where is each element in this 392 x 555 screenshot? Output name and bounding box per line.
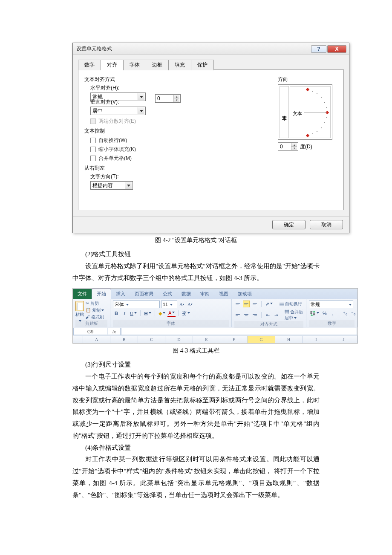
ribbon-tab-layout[interactable]: 页面布局 [130, 289, 158, 299]
select-all-corner[interactable] [73, 336, 83, 343]
orientation-vertical-preview[interactable]: 文本 [280, 86, 289, 138]
spin-down-icon[interactable]: ▾ [291, 147, 297, 150]
bold-button[interactable]: B [113, 310, 120, 317]
increase-indent-button[interactable]: ⇥ [273, 312, 280, 318]
col-header-d[interactable]: D [165, 336, 193, 343]
formula-bar: G9 fx [73, 327, 357, 335]
ribbon-tab-file[interactable]: 文件 [73, 289, 92, 299]
col-header-g[interactable]: G [248, 336, 275, 343]
degree-spinner[interactable]: 0 ▴▾ [278, 142, 298, 151]
underline-button[interactable]: U [129, 310, 138, 317]
accounting-format-button[interactable]: 💱 [309, 310, 320, 317]
column-headers: A B C D E F G H I J [73, 335, 357, 343]
orientation-dial[interactable]: 文本 [290, 86, 331, 138]
col-header-f[interactable]: F [220, 336, 248, 343]
decrease-indent-button[interactable]: ⇤ [265, 312, 271, 318]
direction-value: 根据内容 [92, 182, 113, 189]
decrease-decimal-button[interactable]: ⁻₀ [350, 310, 357, 317]
cut-button[interactable]: ✂ 剪切 [86, 301, 104, 306]
col-header-j[interactable]: J [330, 336, 357, 343]
checkbox-icon [90, 156, 96, 161]
dialog-titlebar[interactable]: 设置单元格格式 ? X [73, 43, 349, 55]
shrink-font-button[interactable]: A▾ [187, 301, 193, 308]
font-color-button[interactable]: A [167, 310, 176, 317]
name-box[interactable]: G9 [73, 328, 107, 335]
spin-up-icon[interactable]: ▴ [173, 95, 179, 98]
tab-protection[interactable]: 保护 [191, 60, 214, 70]
ribbon-tab-addins[interactable]: 加载项 [233, 289, 257, 299]
checkbox-icon [90, 119, 96, 124]
italic-button[interactable]: I [121, 310, 128, 317]
align-top-button[interactable] [234, 301, 241, 307]
ribbon-tab-review[interactable]: 审阅 [196, 289, 214, 299]
col-header-i[interactable]: I [303, 336, 330, 343]
tab-font[interactable]: 字体 [123, 60, 146, 70]
figure-4-2-caption: 图 4-2 "设置单元格格式"对话框 [72, 237, 320, 244]
dialog-title: 设置单元格格式 [76, 45, 310, 52]
h-align-label: 水平对齐(H): [90, 84, 270, 92]
excel-ribbon: 文件 开始 插入 页面布局 公式 数据 审阅 视图 加载项 粘贴 [72, 288, 358, 344]
font-name-value: 宋体 [115, 301, 124, 308]
align-left-button[interactable] [234, 312, 241, 318]
phonetic-button[interactable]: 变 [181, 310, 191, 317]
grow-font-button[interactable]: A▴ [179, 301, 185, 308]
format-cells-dialog: 设置单元格格式 ? X 数字 对齐 字体 边框 填充 保护 文本对齐方式 水平对… [72, 43, 349, 233]
align-bottom-button[interactable] [251, 301, 258, 307]
number-format-select[interactable]: 常规 [309, 301, 353, 308]
orientation-box[interactable]: 文本 文本 [278, 84, 332, 140]
percent-button[interactable]: % [321, 310, 328, 317]
ribbon-tab-data[interactable]: 数据 [177, 289, 196, 299]
fill-color-button[interactable]: ◆ [158, 310, 166, 317]
justify-distributed-label: 两端分散对齐(E) [98, 118, 136, 125]
indent-spinner[interactable]: 0 ▴▾ [155, 94, 181, 103]
dialog-close-button[interactable]: X [327, 45, 346, 53]
ribbon-tab-view[interactable]: 视图 [214, 289, 233, 299]
font-name-select[interactable]: 宋体 [113, 301, 160, 308]
cancel-button[interactable]: 取消 [310, 220, 343, 229]
fx-icon[interactable]: fx [108, 328, 121, 335]
format-painter-button[interactable]: 🖌 格式刷 [86, 314, 104, 320]
wrap-checkbox[interactable]: 自动换行(W) [90, 137, 127, 144]
dialog-tabstrip: 数字 对齐 字体 边框 填充 保护 [78, 59, 344, 70]
orientation-vertical-text: 文本 [281, 111, 288, 113]
paragraph-3: 一个电子工作表中的每个列的宽度和每个行的高度都是可以改变的。如在一个单元格中输入… [72, 371, 320, 442]
shrink-checkbox[interactable]: 缩小字体填充(K) [90, 146, 136, 153]
align-center-button[interactable] [243, 312, 250, 318]
formula-input[interactable] [121, 328, 357, 335]
heading-4: (4)条件格式设置 [72, 442, 320, 454]
tab-border[interactable]: 边框 [146, 60, 168, 70]
col-header-h[interactable]: H [275, 336, 303, 343]
comma-button[interactable]: , [329, 310, 336, 317]
ribbon-tab-insert[interactable]: 插入 [111, 289, 130, 299]
increase-decimal-button[interactable]: ⁺₀ [342, 310, 349, 317]
spin-down-icon[interactable]: ▾ [173, 98, 179, 102]
dialog-help-button[interactable]: ? [311, 45, 326, 53]
align-right-button[interactable] [251, 312, 258, 318]
spin-up-icon[interactable]: ▴ [291, 143, 297, 147]
direction-label: 文字方向(T): [90, 173, 270, 180]
ribbon-tab-formulas[interactable]: 公式 [158, 289, 177, 299]
ribbon-tab-home[interactable]: 开始 [92, 289, 111, 299]
heading-2: (2)格式工具按钮 [72, 249, 320, 260]
font-size-select[interactable]: 11 [161, 301, 177, 308]
tab-alignment[interactable]: 对齐 [101, 60, 123, 70]
copy-button[interactable]: 📋 复制 [86, 307, 104, 313]
tab-number[interactable]: 数字 [78, 60, 101, 70]
paste-button[interactable]: 粘贴 [75, 301, 84, 320]
direction-select[interactable]: 根据内容 [90, 181, 133, 190]
orientation-button[interactable]: ⇗ [265, 301, 274, 307]
col-header-e[interactable]: E [193, 336, 220, 343]
v-align-select[interactable]: 居中 [90, 107, 146, 115]
col-header-c[interactable]: C [138, 336, 165, 343]
merge-checkbox[interactable]: 合并单元格(M) [90, 155, 132, 162]
col-header-a[interactable]: A [83, 336, 110, 343]
wrap-text-button[interactable]: ▤ 自动换行 [280, 301, 302, 307]
align-middle-button[interactable] [243, 301, 250, 307]
border-button[interactable]: ⊞ [143, 310, 152, 317]
ribbon-tabstrip: 文件 开始 插入 页面布局 公式 数据 审阅 视图 加载项 [73, 289, 357, 299]
tab-panel-alignment: 文本对齐方式 水平对齐(H): 常规 缩进(I): [78, 69, 344, 210]
tab-fill[interactable]: 填充 [168, 60, 191, 70]
col-header-b[interactable]: B [110, 336, 138, 343]
merge-center-button[interactable]: ▦ 合并后居中 [285, 309, 303, 321]
ok-button[interactable]: 确定 [272, 220, 306, 229]
